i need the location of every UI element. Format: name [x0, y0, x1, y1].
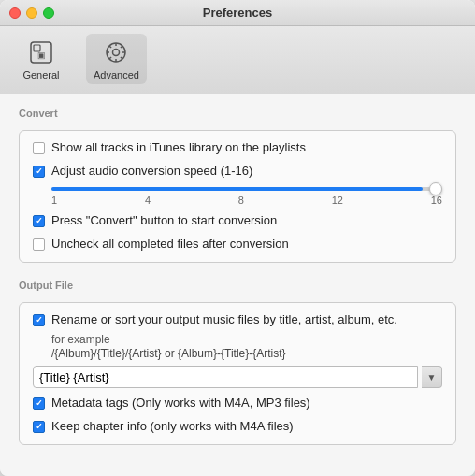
general-icon: ▣: [26, 37, 56, 67]
filename-input[interactable]: [33, 366, 418, 388]
adjust-speed-row: Adjust audio conversion speed (1-16): [33, 164, 442, 180]
chapter-row: Keep chapter info (only works with M4A f…: [33, 419, 442, 435]
close-button[interactable]: [9, 7, 21, 19]
speed-slider-container: 1 4 8 12 16: [51, 187, 442, 206]
slider-label-4: 4: [145, 195, 151, 206]
slider-fill: [51, 187, 423, 191]
adjust-speed-label: Adjust audio conversion speed (1-16): [51, 164, 252, 180]
toolbar-item-general[interactable]: ▣ General: [15, 34, 67, 84]
svg-line-10: [121, 57, 122, 59]
content-area: Convert Show all tracks in iTunes librar…: [0, 94, 475, 476]
general-label: General: [22, 69, 59, 80]
slider-label-16: 16: [431, 195, 442, 206]
titlebar: Preferences: [0, 0, 475, 26]
show-tracks-checkbox[interactable]: [33, 142, 45, 154]
minimize-button[interactable]: [26, 7, 37, 19]
preferences-window: Preferences ▣ General: [0, 0, 475, 476]
output-section: Output File Rename or sort your output m…: [19, 280, 456, 446]
press-convert-label: Press "Convert" button to start conversi…: [51, 213, 277, 229]
slider-label-1: 1: [51, 195, 57, 206]
convert-section: Convert Show all tracks in iTunes librar…: [19, 108, 456, 263]
uncheck-completed-row: Uncheck all completed files after conver…: [33, 237, 442, 252]
svg-point-4: [113, 50, 120, 56]
convert-section-box: Show all tracks in iTunes library on the…: [19, 130, 456, 263]
press-convert-row: Press "Convert" button to start conversi…: [33, 213, 442, 229]
show-tracks-row: Show all tracks in iTunes library on the…: [33, 140, 442, 156]
slider-track: [51, 187, 442, 191]
metadata-label: Metadata tags (Only works with M4A, MP3 …: [51, 396, 310, 411]
slider-thumb[interactable]: [429, 182, 442, 195]
maximize-button[interactable]: [43, 7, 54, 19]
svg-line-12: [109, 57, 111, 59]
filename-input-row: ▼: [33, 366, 442, 388]
svg-line-9: [109, 46, 111, 48]
toolbar: ▣ General Advanced: [0, 26, 475, 94]
uncheck-completed-label: Uncheck all completed files after conver…: [51, 237, 289, 252]
svg-text:▣: ▣: [37, 50, 46, 60]
metadata-checkbox[interactable]: [33, 397, 45, 410]
advanced-icon: [101, 37, 131, 67]
show-tracks-label: Show all tracks in iTunes library on the…: [51, 140, 306, 156]
rename-sort-checkbox[interactable]: [33, 314, 45, 326]
convert-section-title: Convert: [19, 108, 456, 123]
rename-sort-row: Rename or sort your output music files b…: [33, 312, 442, 328]
chapter-checkbox[interactable]: [33, 421, 45, 433]
toolbar-item-advanced[interactable]: Advanced: [86, 34, 147, 84]
svg-line-11: [121, 46, 122, 48]
example-code: /{Album}/{Title}/{Artist} or {Album}-{Ti…: [51, 347, 442, 360]
press-convert-checkbox[interactable]: [33, 215, 45, 227]
window-title: Preferences: [203, 6, 272, 20]
chapter-label: Keep chapter info (only works with M4A f…: [51, 419, 294, 435]
traffic-lights: [9, 7, 54, 19]
slider-label-12: 12: [332, 195, 343, 206]
slider-label-8: 8: [238, 195, 244, 206]
output-section-box: Rename or sort your output music files b…: [19, 302, 456, 446]
slider-labels: 1 4 8 12 16: [51, 195, 442, 206]
example-label: for example: [51, 333, 442, 346]
adjust-speed-checkbox[interactable]: [33, 166, 45, 178]
dropdown-button[interactable]: ▼: [422, 366, 442, 388]
rename-sort-label: Rename or sort your output music files b…: [51, 312, 397, 328]
advanced-label: Advanced: [94, 69, 139, 80]
uncheck-completed-checkbox[interactable]: [33, 238, 45, 251]
metadata-row: Metadata tags (Only works with M4A, MP3 …: [33, 396, 442, 411]
output-section-title: Output File: [19, 280, 456, 295]
